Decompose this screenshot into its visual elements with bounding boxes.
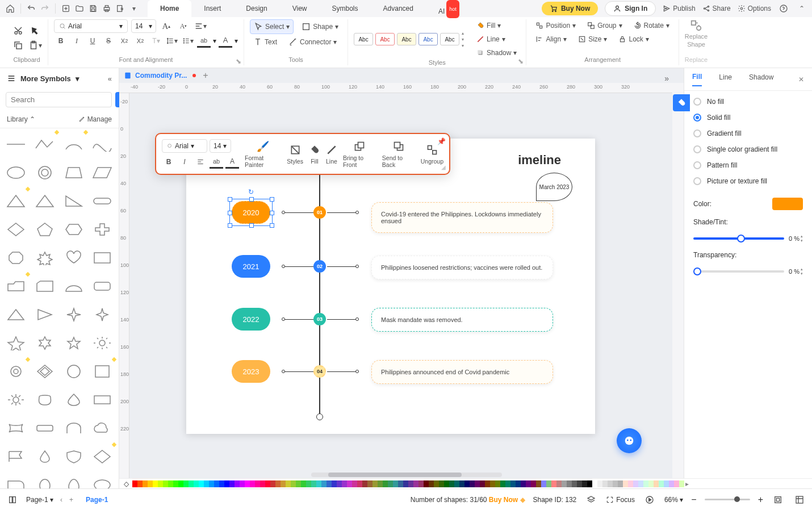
node-01[interactable]: 01 bbox=[313, 206, 326, 219]
trans-slider[interactable] bbox=[693, 270, 784, 273]
fullscreen-icon[interactable] bbox=[793, 493, 806, 507]
palette-swatch[interactable] bbox=[388, 480, 393, 487]
palette-swatch[interactable] bbox=[204, 480, 209, 487]
text-tool[interactable]: Text bbox=[250, 35, 281, 49]
palette-swatch[interactable] bbox=[418, 480, 424, 487]
palette-swatch[interactable] bbox=[219, 480, 224, 487]
shape-sun[interactable] bbox=[91, 332, 114, 354]
cut-icon[interactable] bbox=[11, 24, 25, 37]
float-styles[interactable]: Styles bbox=[287, 143, 303, 165]
float-format-painter[interactable]: 🖌️Format Painter bbox=[245, 140, 281, 168]
palette-swatch[interactable] bbox=[556, 480, 562, 487]
shape-star5[interactable] bbox=[5, 332, 27, 354]
share-button[interactable]: Share bbox=[702, 5, 731, 12]
style-2[interactable]: Abc bbox=[375, 33, 395, 45]
shape-ellipse2[interactable] bbox=[91, 474, 114, 488]
palette-swatch[interactable] bbox=[209, 480, 214, 487]
color-swatch[interactable] bbox=[772, 198, 803, 210]
palette-swatch[interactable] bbox=[577, 480, 582, 487]
tab-insert[interactable]: Insert bbox=[191, 0, 233, 17]
palette-swatch[interactable] bbox=[434, 480, 439, 487]
shape-trapezoid[interactable] bbox=[62, 161, 85, 184]
rp-close-icon[interactable]: ✕ bbox=[798, 76, 804, 83]
shape-diamond-frame[interactable] bbox=[34, 360, 56, 383]
desc-2023[interactable]: Philippines announced end of Covid pande… bbox=[371, 360, 553, 384]
palette-swatch[interactable] bbox=[199, 480, 204, 487]
palette-swatch[interactable] bbox=[189, 480, 194, 487]
shape-rect-plain[interactable] bbox=[91, 388, 114, 411]
palette-swatch[interactable] bbox=[296, 480, 301, 487]
shape-ellipse[interactable] bbox=[5, 161, 27, 184]
shape-curve[interactable] bbox=[91, 133, 114, 156]
palette-swatch[interactable] bbox=[490, 480, 495, 487]
palette-swatch[interactable] bbox=[372, 480, 378, 487]
palette-swatch[interactable] bbox=[613, 480, 618, 487]
palette-swatch[interactable] bbox=[674, 480, 679, 487]
shape-tool[interactable]: Shape ▾ bbox=[298, 19, 342, 34]
palette-swatch[interactable] bbox=[383, 480, 388, 487]
fill-dropdown[interactable]: Fill ▾ bbox=[473, 19, 520, 32]
node-03[interactable]: 03 bbox=[313, 313, 326, 325]
play-icon[interactable] bbox=[643, 493, 656, 507]
palette-swatch[interactable] bbox=[429, 480, 434, 487]
options-button[interactable]: Options bbox=[738, 5, 771, 12]
palette-swatch[interactable] bbox=[235, 480, 240, 487]
palette-swatch[interactable] bbox=[618, 480, 623, 487]
zoom-out-icon[interactable]: − bbox=[691, 495, 696, 505]
palette-swatch[interactable] bbox=[408, 480, 413, 487]
shape-donut[interactable] bbox=[34, 161, 56, 184]
palette-swatch[interactable] bbox=[659, 480, 664, 487]
chat-assistant-icon[interactable] bbox=[617, 428, 642, 453]
page-tab-1[interactable]: Page-1 bbox=[80, 494, 114, 506]
styles-more-icon[interactable]: ▾ bbox=[462, 43, 464, 48]
palette-swatch[interactable] bbox=[623, 480, 628, 487]
new-icon[interactable] bbox=[60, 3, 72, 14]
palette-swatch[interactable] bbox=[158, 480, 163, 487]
zoom-level[interactable]: 66% ▾ bbox=[664, 496, 683, 504]
palette-swatch[interactable] bbox=[485, 480, 490, 487]
float-highlight-icon[interactable]: ab bbox=[210, 155, 223, 169]
shade-down-icon[interactable]: ▾ bbox=[801, 239, 803, 243]
rp-tab-shadow[interactable]: Shadow bbox=[749, 73, 773, 86]
shape-triangle-outline[interactable] bbox=[34, 190, 56, 212]
palette-swatch[interactable] bbox=[327, 480, 332, 487]
palette-swatch[interactable] bbox=[654, 480, 659, 487]
rotate-handle-icon[interactable]: ↻ bbox=[248, 188, 256, 196]
palette-swatch[interactable] bbox=[480, 480, 485, 487]
float-size-select[interactable]: 14▾ bbox=[210, 139, 231, 153]
group-dropdown[interactable]: Group▾ bbox=[584, 19, 625, 32]
shape-line[interactable] bbox=[5, 133, 27, 156]
undo-icon[interactable] bbox=[26, 3, 37, 14]
palette-swatch[interactable] bbox=[301, 480, 306, 487]
shape-star6[interactable] bbox=[34, 332, 56, 354]
shape-egg2[interactable] bbox=[62, 474, 85, 488]
float-italic-icon[interactable]: I bbox=[178, 155, 191, 169]
zoom-slider[interactable] bbox=[705, 499, 750, 500]
palette-swatch[interactable] bbox=[526, 480, 531, 487]
palette-swatch[interactable] bbox=[270, 480, 275, 487]
palette-swatch[interactable] bbox=[572, 480, 577, 487]
float-fontcolor-icon[interactable]: A bbox=[225, 155, 239, 169]
node-04[interactable]: 04 bbox=[313, 365, 326, 378]
palette-swatch[interactable] bbox=[398, 480, 403, 487]
library-label[interactable]: Library ⌃ bbox=[7, 115, 35, 123]
palette-swatch[interactable] bbox=[521, 480, 526, 487]
palette-swatch[interactable] bbox=[505, 480, 510, 487]
palette-swatch[interactable] bbox=[403, 480, 408, 487]
palette-swatch[interactable] bbox=[240, 480, 245, 487]
float-line[interactable]: Line bbox=[326, 143, 337, 165]
shade-slider[interactable] bbox=[693, 237, 784, 240]
palette-swatch[interactable] bbox=[602, 480, 608, 487]
fill-opt-pattern[interactable]: Pattern fill bbox=[693, 161, 803, 169]
palette-swatch[interactable] bbox=[393, 480, 398, 487]
publish-button[interactable]: Publish bbox=[663, 5, 695, 12]
palette-swatch[interactable] bbox=[148, 480, 153, 487]
shape-droplet[interactable] bbox=[34, 445, 56, 468]
highlight-icon[interactable]: ab bbox=[197, 34, 211, 48]
palette-swatch[interactable] bbox=[362, 480, 367, 487]
symbol-search-input[interactable] bbox=[6, 92, 112, 107]
palette-swatch[interactable] bbox=[347, 480, 352, 487]
fill-opt-gradient[interactable]: Gradient fill bbox=[693, 129, 803, 137]
shape-rhombus[interactable] bbox=[91, 445, 114, 468]
size-dropdown[interactable]: Size▾ bbox=[575, 33, 610, 45]
